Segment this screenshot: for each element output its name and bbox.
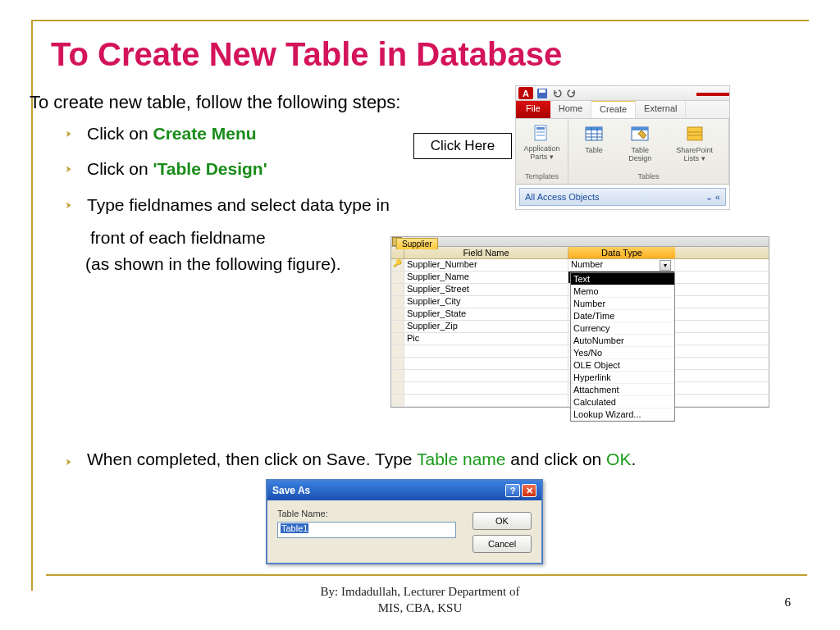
bullet-3: ➤ Type fieldnames and select data type i… xyxy=(64,193,390,217)
ribbon-body: Application Parts ▾ Templates Table Tabl… xyxy=(516,119,729,185)
app-parts-label: Application Parts ▾ xyxy=(519,145,564,162)
b2-text: Click on xyxy=(87,159,153,178)
nav-pane-label: All Access Objects xyxy=(525,192,599,202)
create-tab[interactable]: Create xyxy=(591,101,636,118)
redo-icon[interactable] xyxy=(566,88,578,99)
dropdown-option[interactable]: Attachment xyxy=(571,384,674,396)
dropdown-option[interactable]: Date/Time xyxy=(571,310,674,322)
slide-title: To Create New Table in Database xyxy=(51,36,562,73)
b3-sub1: front of each fieldname xyxy=(90,228,390,248)
table-tab[interactable]: Supplier xyxy=(396,238,438,249)
b3-text: Type fieldnames and select data type in xyxy=(87,193,390,217)
b3-sub2: (as shown in the following figure). xyxy=(85,254,390,274)
svg-rect-1 xyxy=(539,89,546,93)
page-number: 6 xyxy=(785,596,792,609)
quick-access-toolbar: A xyxy=(516,86,729,101)
save-as-dialog: Save As ? ✕ Table Name: Table1 OK Cancel xyxy=(266,479,543,564)
dropdown-option[interactable]: OLE Object xyxy=(571,359,674,372)
ok-button[interactable]: OK xyxy=(472,512,532,530)
b4-text-a: When completed, then click on Save. Type xyxy=(87,450,417,468)
bullet-2: ➤ Click on 'Table Design' xyxy=(64,157,390,180)
table-design-icon[interactable] xyxy=(630,124,650,144)
chevron-icon: ➤ xyxy=(66,456,71,468)
close-button[interactable]: ✕ xyxy=(522,484,536,497)
dropdown-option[interactable]: Currency xyxy=(571,322,674,335)
app-icon: A xyxy=(518,87,533,99)
group-tables: Table Table Design SharePoint Lists ▾ Ta… xyxy=(568,119,729,184)
bullet-1: ➤ Click on Create Menu xyxy=(64,121,390,145)
ribbon-tabs: File Home Create External xyxy=(516,101,729,119)
svg-rect-13 xyxy=(632,127,648,130)
help-button[interactable]: ? xyxy=(505,484,520,497)
nav-pane-header[interactable]: All Access Objects ⌄ « xyxy=(519,188,726,206)
b1-text: Click on xyxy=(87,124,153,143)
dropdown-option[interactable]: Hyperlink xyxy=(571,372,674,384)
dropdown-option[interactable]: Yes/No xyxy=(571,347,674,359)
b4-ok: OK xyxy=(606,450,631,468)
table-label: Table xyxy=(584,147,604,155)
bullet-list: ➤ Click on Create Menu ➤ Click on 'Table… xyxy=(64,121,390,274)
file-tab[interactable]: File xyxy=(516,101,550,118)
dropdown-option[interactable]: Memo xyxy=(571,285,674,298)
data-type-header: Data Type xyxy=(568,247,675,258)
table-row[interactable]: 🔑Supplier_NumberNumber▾ xyxy=(391,259,769,272)
footer-text: By: Imdadullah, Lecturer Department of M… xyxy=(0,584,840,616)
svg-rect-7 xyxy=(586,127,602,130)
table-icon[interactable] xyxy=(584,124,604,144)
table-name-label: Table Name: xyxy=(277,509,456,518)
dropdown-option[interactable]: Lookup Wizard... xyxy=(571,409,674,421)
undo-icon[interactable] xyxy=(551,88,563,99)
dropdown-option[interactable]: AutoNumber xyxy=(571,335,674,347)
svg-rect-5 xyxy=(536,135,545,136)
table-name-input[interactable]: Table1 xyxy=(277,522,456,538)
b1-emphasis: Create Menu xyxy=(153,124,257,143)
chevron-icon: ➤ xyxy=(66,199,71,211)
group-templates: Application Parts ▾ Templates xyxy=(516,119,568,184)
svg-rect-14 xyxy=(687,127,702,140)
chevron-icon: ➤ xyxy=(66,128,71,139)
b2-emphasis: 'Table Design' xyxy=(153,159,267,178)
chevron-icon: ➤ xyxy=(66,163,71,175)
callout-box: Click Here xyxy=(413,133,512,159)
b4-table-name: Table name xyxy=(417,450,506,468)
b4-text-e: . xyxy=(631,450,636,468)
intro-text: To create new table, follow the followin… xyxy=(30,92,400,113)
dialog-title: Save As xyxy=(272,485,310,496)
table-design-grid: Supplier Field Name Data Type 🔑Supplier_… xyxy=(390,236,769,408)
dropdown-option[interactable]: Text xyxy=(571,273,674,285)
dialog-titlebar: Save As ? ✕ xyxy=(267,481,541,500)
ribbon-screenshot: A File Home Create External Application … xyxy=(515,85,730,210)
save-icon[interactable] xyxy=(536,88,548,99)
footer-rule xyxy=(46,574,807,576)
table-design-label: Table Design xyxy=(628,147,651,163)
tables-group-label: Tables xyxy=(572,172,725,182)
svg-rect-4 xyxy=(536,131,545,133)
design-tab-bar: Supplier xyxy=(391,237,769,247)
templates-group-label: Templates xyxy=(519,172,564,182)
sp-lists-label: SharePoint Lists ▾ xyxy=(676,147,713,163)
svg-rect-3 xyxy=(536,127,545,130)
external-tab[interactable]: External xyxy=(636,101,686,118)
design-header: Field Name Data Type xyxy=(391,247,769,259)
data-type-dropdown[interactable]: TextMemoNumberDate/TimeCurrencyAutoNumbe… xyxy=(570,272,675,422)
bullet-4: ➤ When completed, then click on Save. Ty… xyxy=(64,450,636,469)
cancel-button[interactable]: Cancel xyxy=(472,535,532,553)
sharepoint-lists-icon[interactable] xyxy=(685,124,705,144)
b4-text-c: and click on xyxy=(506,450,607,468)
dropdown-option[interactable]: Number xyxy=(571,298,674,310)
red-bar xyxy=(696,93,729,96)
dropdown-option[interactable]: Calculated xyxy=(571,396,674,409)
app-parts-icon[interactable] xyxy=(532,124,552,144)
home-tab[interactable]: Home xyxy=(550,101,591,118)
nav-pane-arrows[interactable]: ⌄ « xyxy=(705,192,720,203)
